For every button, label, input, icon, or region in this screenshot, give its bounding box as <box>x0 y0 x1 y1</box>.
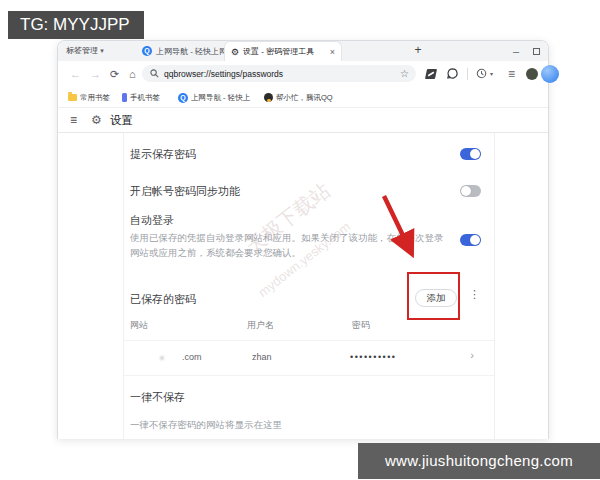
penguin-icon <box>264 93 273 102</box>
bookmark-label: 常用书签 <box>80 93 110 103</box>
browser-toolbar: ← → ⟳ ⌂ qqbrowser://settings/passwords ☆ <box>58 61 548 87</box>
qqbrowser-logo-icon: Q <box>178 93 188 103</box>
search-icon <box>150 69 159 78</box>
screenshot-stage: TG: MYYJJPP 标签管理 ▾ Q 上网导航 - 轻快上网 从这里开始 ⚙… <box>0 0 600 480</box>
bookmark-nav[interactable]: Q 上网导航 - 轻快上 <box>178 87 250 108</box>
annotation-highlight-box <box>407 272 460 320</box>
toolbar-divider <box>467 68 468 80</box>
never-save-title: 一律不保存 <box>130 390 185 405</box>
row-divider <box>124 375 494 376</box>
column-header-site: 网站 <box>130 319 148 332</box>
prompt-save-label: 提示保存密码 <box>130 147 196 162</box>
browser-menu-icon[interactable]: ≡ <box>508 61 515 87</box>
minimize-button[interactable]: – <box>513 41 519 61</box>
feedback-bubble-icon[interactable] <box>447 68 458 79</box>
tab-manager-button[interactable]: 标签管理 ▾ <box>66 41 104 61</box>
sync-label: 开启帐号密码同步功能 <box>130 184 240 199</box>
window-controls: – <box>513 41 540 61</box>
column-header-username: 用户名 <box>247 319 274 332</box>
never-save-hint: 一律不保存密码的网站将显示在这里 <box>130 417 282 432</box>
forward-icon[interactable]: → <box>90 61 101 87</box>
tab-strip: 标签管理 ▾ Q 上网导航 - 轻快上网 从这里开始 ⚙ 设置 - 密码管理工具… <box>58 41 548 61</box>
profile-avatar[interactable] <box>526 68 538 80</box>
bookmark-qq-helper[interactable]: 帮小忙，腾讯QQ <box>264 87 333 108</box>
annotation-arrow <box>372 192 424 264</box>
floating-assistant-orb[interactable] <box>541 65 559 83</box>
tab-settings-active[interactable]: ⚙ 设置 - 密码管理工具 × <box>224 41 342 61</box>
sync-toggle[interactable] <box>460 185 481 197</box>
chevron-right-icon[interactable]: › <box>470 349 474 361</box>
history-caret-icon[interactable]: ▾ <box>490 67 493 81</box>
bookmark-mobile[interactable]: 手机书签 <box>122 87 160 108</box>
bookmark-label: 手机书签 <box>130 93 160 103</box>
table-divider <box>124 340 494 341</box>
browser-window: 标签管理 ▾ Q 上网导航 - 轻快上网 从这里开始 ⚙ 设置 - 密码管理工具… <box>57 40 549 439</box>
kebab-menu-icon[interactable]: ⋮ <box>469 288 480 301</box>
history-clock-icon[interactable] <box>476 68 487 79</box>
tab-manager-label: 标签管理 <box>66 46 98 55</box>
bookmarks-bar: 常用书签 手机书签 Q 上网导航 - 轻快上 帮小忙，腾讯QQ <box>58 87 548 108</box>
site-favicon <box>160 356 164 360</box>
maximize-button[interactable] <box>533 48 540 55</box>
row-password: •••••••••• <box>350 352 397 362</box>
qqbrowser-logo-icon: Q <box>142 46 152 56</box>
auto-login-title: 自动登录 <box>130 213 174 228</box>
bookmark-star-icon[interactable]: ☆ <box>400 68 409 79</box>
tab-close-icon[interactable]: × <box>330 47 335 57</box>
saved-passwords-title: 已保存的密码 <box>130 292 196 307</box>
gear-icon: ⚙ <box>231 47 239 57</box>
bookmark-label: 帮小忙，腾讯QQ <box>276 93 333 103</box>
caret-down-icon: ▾ <box>100 47 104 54</box>
new-tab-button[interactable]: + <box>410 41 426 61</box>
address-bar[interactable]: qqbrowser://settings/passwords ☆ <box>142 65 416 82</box>
settings-page-title: 设置 <box>110 108 133 133</box>
tab-label: 设置 - 密码管理工具 <box>243 46 314 57</box>
row-username: zhan <box>252 352 272 362</box>
settings-gear-icon: ⚙ <box>91 108 102 133</box>
back-icon[interactable]: ← <box>70 61 81 87</box>
prompt-save-toggle[interactable] <box>460 148 481 160</box>
settings-header: ≡ ⚙ 设置 <box>58 108 548 133</box>
refresh-icon[interactable]: ⟳ <box>110 61 119 87</box>
row-site: .com <box>182 352 202 362</box>
folder-icon <box>68 94 77 101</box>
tg-overlay-label: TG: MYYJJPP <box>8 11 144 39</box>
phone-icon <box>122 93 127 102</box>
settings-page: ≡ ⚙ 设置 提示保存密码 开启帐号密码同步功能 自动登录 使用已保存的凭据自动… <box>58 108 548 439</box>
home-icon[interactable]: ⌂ <box>129 61 136 87</box>
url-text[interactable]: qqbrowser://settings/passwords <box>164 69 283 79</box>
auto-login-toggle[interactable] <box>460 234 481 246</box>
site-watermark: www.jiushuitongcheng.com <box>358 443 600 479</box>
bookmark-label: 上网导航 - 轻快上 <box>191 93 250 103</box>
column-header-password: 密码 <box>352 319 370 332</box>
extension-flag-icon[interactable] <box>425 69 437 79</box>
bookmark-common[interactable]: 常用书签 <box>68 87 110 108</box>
settings-hamburger-icon[interactable]: ≡ <box>70 108 77 133</box>
